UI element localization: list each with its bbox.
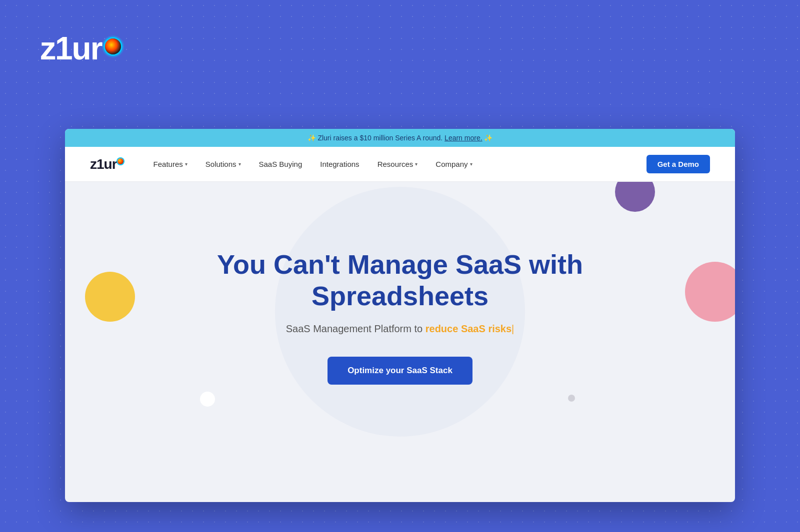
background-logo-text: z1ur <box>40 30 121 67</box>
main-card: ✨ Zluri raises a $10 million Series A ro… <box>65 129 735 502</box>
nav-integrations[interactable]: Integrations <box>320 160 359 168</box>
nav-saas-buying[interactable]: SaaS Buying <box>259 160 302 168</box>
announcement-bar: ✨ Zluri raises a $10 million Series A ro… <box>65 129 735 147</box>
deco-white-circle-2 <box>568 395 575 402</box>
nav-resources[interactable]: Resources ▾ <box>378 160 418 168</box>
nav-logo[interactable]: z1ur <box>90 156 124 172</box>
hero-title: You Can't Manage SaaS with Spreadsheets <box>217 249 583 311</box>
deco-yellow-circle <box>85 272 135 322</box>
hero-cursor: | <box>512 323 514 334</box>
hero-typed-text: reduce SaaS risks <box>426 323 512 334</box>
company-chevron-icon: ▾ <box>470 161 472 167</box>
hero-bg-circle <box>275 187 525 437</box>
deco-purple-circle <box>615 182 655 212</box>
announcement-icon-left: ✨ <box>308 134 316 142</box>
get-demo-button[interactable]: Get a Demo <box>646 155 710 173</box>
resources-chevron-icon: ▾ <box>415 161 418 167</box>
solutions-chevron-icon: ▾ <box>238 161 241 167</box>
nav-solutions[interactable]: Solutions ▾ <box>206 160 241 168</box>
hero-subtitle: SaaS Management Platform to reduce SaaS … <box>286 323 514 335</box>
features-chevron-icon: ▾ <box>185 161 188 167</box>
nav-links: Features ▾ Solutions ▾ SaaS Buying Integ… <box>154 160 646 168</box>
hero-section: You Can't Manage SaaS with Spreadsheets … <box>65 182 735 442</box>
announcement-icon-right: ✨ <box>484 134 492 142</box>
deco-pink-circle <box>685 262 735 322</box>
announcement-link[interactable]: Learn more. <box>444 134 482 142</box>
background-logo: z1ur <box>40 30 121 67</box>
announcement-text: Zluri raises a $10 million Series A roun… <box>318 134 444 142</box>
deco-white-circle <box>200 392 215 407</box>
nav-features[interactable]: Features ▾ <box>154 160 188 168</box>
hero-cta-button[interactable]: Optimize your SaaS Stack <box>328 357 472 385</box>
nav-logo-dot-icon <box>118 158 124 164</box>
navbar: z1ur Features ▾ Solutions ▾ SaaS Buying … <box>65 147 735 182</box>
background-logo-icon <box>105 38 121 54</box>
nav-company[interactable]: Company ▾ <box>436 160 472 168</box>
